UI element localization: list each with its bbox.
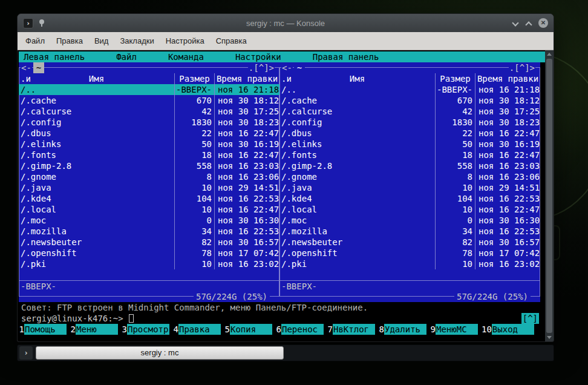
- panel-scroll-marker[interactable]: .[^]>: [509, 62, 535, 73]
- file-row[interactable]: /.mozilla34ноя 16 22:53: [279, 226, 540, 237]
- file-row[interactable]: /.fonts18ноя 16 22:47: [279, 150, 540, 160]
- file-row[interactable]: /.config1830ноя 30 18:23: [19, 117, 279, 128]
- panel-history-left[interactable]: <-: [21, 62, 32, 73]
- panel-path[interactable]: ~: [294, 62, 305, 73]
- column-header-name[interactable]: Имя: [19, 73, 174, 84]
- fkey-button-7[interactable]: 7НвКтлог: [327, 324, 375, 335]
- column-header-name[interactable]: Имя: [279, 73, 435, 84]
- file-row[interactable]: /.elinks50ноя 30 16:19: [279, 139, 540, 150]
- fkey-button-4[interactable]: 4Правка: [173, 324, 221, 335]
- file-size: 8: [435, 171, 475, 182]
- file-size: 22: [435, 128, 475, 139]
- menu-item-file[interactable]: Файл: [25, 36, 45, 45]
- pin-icon[interactable]: [38, 19, 45, 27]
- fkey-label: Меню: [76, 324, 118, 335]
- panel-scroll-marker[interactable]: .[^]>: [248, 62, 275, 73]
- column-header-size[interactable]: Размер: [174, 73, 214, 84]
- fkey-button-1[interactable]: 1Помощь: [19, 324, 67, 335]
- mc-menu-options[interactable]: Настройки: [235, 51, 281, 62]
- panel-column-headers: Имя Размер Время правки .и: [279, 73, 540, 84]
- file-row[interactable]: /.openshift78ноя 17 07:42: [279, 248, 540, 258]
- menu-item-help[interactable]: Справка: [216, 36, 247, 45]
- file-row[interactable]: /.pki10ноя 16 23:02: [279, 258, 540, 269]
- file-row[interactable]: /.dbus22ноя 16 22:47: [19, 128, 279, 139]
- file-row[interactable]: /.gimp-2.8558ноя 16 23:03: [279, 160, 540, 171]
- file-row[interactable]: /.dbus22ноя 16 22:47: [279, 128, 540, 139]
- scroll-down-arrow-icon[interactable]: [547, 336, 552, 339]
- menu-item-bookmarks[interactable]: Закладки: [120, 36, 154, 45]
- titlebar[interactable]: › sergiy : mc — Konsole ✕: [18, 14, 554, 32]
- taskbar-launcher-icon[interactable]: ›: [19, 346, 33, 360]
- panel-history-left[interactable]: <-: [281, 62, 293, 73]
- scrollbar[interactable]: [545, 50, 554, 341]
- panel-path[interactable]: ~: [33, 62, 44, 73]
- column-header-mtime[interactable]: Время правки: [475, 73, 540, 84]
- mc-menu-command[interactable]: Команда: [168, 51, 204, 62]
- file-row[interactable]: /.cache670ноя 30 18:12: [19, 95, 279, 106]
- menu-item-settings[interactable]: Настройка: [166, 36, 204, 45]
- file-name: /.calcurse: [279, 106, 435, 117]
- task-button[interactable]: sergiy : mc: [36, 346, 284, 360]
- file-row[interactable]: /.elinks50ноя 30 16:19: [19, 139, 279, 150]
- file-row[interactable]: /..-ВВЕРХ-ноя 16 21:18: [19, 84, 279, 95]
- fkey-number: 6: [276, 324, 281, 335]
- file-row[interactable]: /.openshift78ноя 17 07:42: [19, 248, 279, 258]
- close-button[interactable]: ✕: [538, 18, 548, 28]
- file-row[interactable]: /.mozilla34ноя 16 22:53: [19, 226, 279, 237]
- file-mtime: ноя 17 07:42: [475, 248, 540, 258]
- fkey-button-10[interactable]: 10Выход: [482, 324, 534, 335]
- desktop: › sergiy : mc — Konsole ✕ ФайлПравкаВидЗ…: [0, 0, 588, 385]
- column-header-mtime[interactable]: Время правки: [214, 73, 279, 84]
- mc-menu-left-panel[interactable]: Левая панель: [24, 51, 85, 62]
- file-row[interactable]: /.gnome8ноя 16 23:06: [279, 171, 540, 182]
- fkey-button-2[interactable]: 2Меню: [70, 324, 118, 335]
- fkey-button-8[interactable]: 8Удалить: [379, 324, 426, 335]
- scroll-up-arrow-icon[interactable]: [547, 53, 552, 56]
- file-size: 82: [174, 237, 214, 248]
- fkey-button-5[interactable]: 5Копия: [224, 324, 272, 335]
- fkey-button-3[interactable]: 3Просмотр: [122, 324, 169, 335]
- file-row[interactable]: /.newsbeuter82ноя 30 16:57: [19, 237, 279, 248]
- terminal-cursor[interactable]: [129, 314, 134, 323]
- fkey-button-9[interactable]: 9МенюМС: [430, 324, 478, 335]
- file-row[interactable]: /.config1830ноя 30 18:23: [279, 117, 540, 128]
- file-row[interactable]: /.newsbeuter82ноя 30 16:57: [279, 237, 540, 248]
- scrollbar-handle[interactable]: [546, 59, 552, 333]
- menu-item-view[interactable]: Вид: [94, 36, 109, 45]
- file-mtime: ноя 29 14:51: [214, 182, 279, 193]
- file-row[interactable]: /.java10ноя 29 14:51: [19, 182, 279, 193]
- file-name: /.openshift: [279, 248, 435, 258]
- terminal[interactable]: Левая панельФайлКомандаНастройкиПравая п…: [18, 50, 545, 341]
- file-row[interactable]: /.cache670ноя 30 18:12: [279, 95, 540, 106]
- column-header-size[interactable]: Размер: [435, 73, 475, 84]
- file-row[interactable]: /.gnome8ноя 16 23:06: [19, 171, 279, 182]
- file-size: 104: [435, 193, 475, 204]
- minimize-button[interactable]: [512, 20, 518, 27]
- terminal-area: Левая панельФайлКомандаНастройкиПравая п…: [18, 50, 554, 341]
- history-up-marker[interactable]: [^]: [521, 313, 539, 324]
- file-row[interactable]: /.local10ноя 16 22:47: [279, 204, 540, 215]
- file-row[interactable]: /.calcurse42ноя 30 17:25: [279, 106, 540, 117]
- file-row[interactable]: /..-ВВЕРХ-ноя 16 21:18: [279, 84, 540, 95]
- file-row[interactable]: /.local10ноя 16 22:47: [19, 204, 279, 215]
- file-name: /.cache: [19, 95, 174, 106]
- maximize-button[interactable]: [525, 20, 532, 27]
- shell-prompt: sergiy@linux-k476:~>: [21, 313, 123, 324]
- menu-item-edit[interactable]: Правка: [56, 36, 83, 45]
- file-row[interactable]: /.pki10ноя 16 23:02: [19, 258, 279, 269]
- fkey-number: 2: [70, 324, 76, 335]
- fkey-button-6[interactable]: 6Перенос: [276, 324, 324, 335]
- file-row[interactable]: /.moc0ноя 30 16:30: [19, 215, 279, 226]
- file-row[interactable]: /.gimp-2.8558ноя 16 23:03: [19, 160, 279, 171]
- mc-menu-right-panel[interactable]: Правая панель: [313, 51, 379, 62]
- file-name: /..: [19, 84, 174, 95]
- mc-menu-file[interactable]: Файл: [116, 51, 137, 62]
- command-line[interactable]: sergiy@linux-k476:~> [^]: [19, 313, 545, 324]
- file-row[interactable]: /.fonts18ноя 16 22:47: [19, 150, 279, 160]
- file-row[interactable]: /.java10ноя 29 14:51: [279, 182, 540, 193]
- file-row[interactable]: /.moc0ноя 30 16:30: [279, 215, 540, 226]
- file-mtime: ноя 30 18:12: [214, 95, 279, 106]
- file-row[interactable]: /.kde4104ноя 16 22:53: [19, 193, 279, 204]
- file-row[interactable]: /.calcurse42ноя 30 17:25: [19, 106, 279, 117]
- file-row[interactable]: /.kde4104ноя 16 22:53: [279, 193, 540, 204]
